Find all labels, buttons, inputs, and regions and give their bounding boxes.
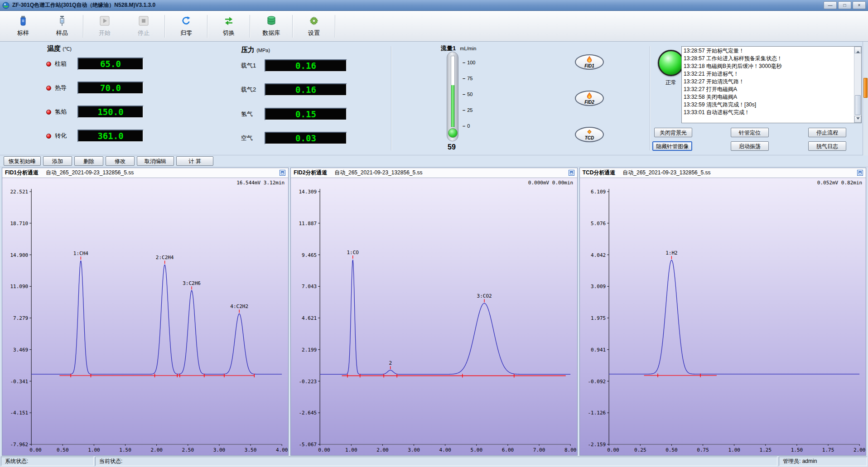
play-icon — [99, 15, 110, 28]
log-scrollbar[interactable] — [854, 47, 861, 123]
svg-text:1.75: 1.75 — [822, 447, 834, 453]
svg-text:2.199: 2.199 — [302, 347, 317, 353]
svg-text:1:CH4: 1:CH4 — [73, 250, 88, 256]
flow-title: 流量1mL/min — [441, 44, 476, 53]
log-line: 13:32:21 开始进标气！ — [684, 70, 859, 78]
svg-text:2.50: 2.50 — [182, 447, 194, 453]
reset-zero-icon — [181, 15, 192, 28]
svg-text:-0.341: -0.341 — [10, 379, 28, 385]
chart-header: FID2分析通道 自动_265_2021-09-23_132856_5.ss — [291, 168, 577, 178]
toolbar-start-button[interactable]: 开始 — [85, 13, 124, 40]
pressure-row: 载气2 0.16 — [241, 83, 347, 96]
scroll-up-icon[interactable] — [854, 47, 861, 53]
toolbar-label: 停止 — [138, 29, 149, 37]
svg-text:16.544mV 3.12min: 16.544mV 3.12min — [236, 180, 285, 186]
red-led-icon — [46, 110, 51, 115]
pressure-display: 0.16 — [265, 83, 347, 96]
maximize-button[interactable]: □ — [838, 1, 851, 9]
svg-text:3.00: 3.00 — [408, 447, 420, 453]
switch-arrows-icon — [223, 15, 234, 28]
detector-fid1-button[interactable]: FID1 — [575, 54, 604, 70]
toolbar-database-button[interactable]: 数据库 — [252, 13, 291, 40]
close-button[interactable]: × — [853, 1, 866, 9]
calculate-button[interactable]: 计 算 — [176, 156, 213, 166]
svg-text:18.710: 18.710 — [10, 221, 28, 226]
temperature-label: 柱箱 — [55, 60, 74, 68]
scroll-down-icon[interactable] — [854, 116, 861, 123]
log-line: 13:32:27 打开电磁阀A — [684, 86, 859, 93]
chart-maximize-icon[interactable] — [857, 170, 863, 176]
svg-text:0.75: 0.75 — [697, 447, 709, 453]
svg-text:4.00: 4.00 — [439, 447, 452, 453]
chart-maximize-icon[interactable] — [569, 170, 574, 176]
system-status-cell: 系统状态: — [1, 457, 94, 466]
toolbar-settings-button[interactable]: 设置 — [294, 13, 333, 40]
svg-text:1.975: 1.975 — [591, 315, 606, 321]
svg-text:1:H2: 1:H2 — [665, 250, 678, 256]
sample-syringe-icon — [57, 15, 67, 28]
start-oscillation-button[interactable]: 启动振荡 — [731, 141, 769, 151]
pressure-display: 0.15 — [265, 108, 347, 120]
temperature-label: 转化 — [55, 132, 74, 140]
chart-maximize-icon[interactable] — [280, 170, 285, 176]
toolbar-separator — [207, 15, 208, 38]
temperature-group-title: 温度 (℃) — [47, 44, 72, 53]
pressure-label: 氢气 — [241, 110, 261, 118]
svg-text:0.941: 0.941 — [591, 347, 606, 353]
svg-text:6.109: 6.109 — [591, 189, 606, 195]
svg-text:1.00: 1.00 — [88, 447, 100, 453]
charts-section: FID1分析通道 自动_265_2021-09-23_132856_5.ss 2… — [0, 167, 868, 456]
database-icon — [266, 15, 277, 28]
chart-plot-tcd[interactable]: 6.1095.0764.0423.0091.9750.941-0.092-1.1… — [580, 178, 866, 455]
svg-text:4.00: 4.00 — [276, 447, 288, 453]
svg-text:-2.645: -2.645 — [299, 410, 317, 416]
toolbar-sample-button[interactable]: 样品 — [43, 13, 82, 40]
scrollbar-thumb[interactable] — [855, 95, 861, 115]
flame-icon — [587, 56, 592, 63]
svg-text:-0.092: -0.092 — [588, 379, 606, 385]
chart-file-name: 自动_265_2021-09-23_132856_5.ss — [46, 169, 134, 177]
panel-separator — [650, 46, 651, 150]
main-toolbar: 标样 样品 开始 停止 归零 切换 数据库 设置 — [0, 11, 868, 42]
temperature-display: 70.0 — [77, 82, 144, 94]
svg-text:0.00: 0.00 — [29, 447, 42, 453]
delete-peak-button[interactable]: 删除 — [74, 156, 103, 166]
pressure-display: 0.16 — [265, 59, 347, 72]
add-peak-button[interactable]: 添加 — [43, 156, 72, 166]
cancel-edit-button[interactable]: 取消编辑 — [137, 156, 174, 166]
svg-text:7.279: 7.279 — [13, 315, 28, 321]
log-line: 13:28:57 工作站进入标样预备采集状态！ — [684, 55, 859, 63]
flow-gauge: 流量1mL/min –100 –75 –50 –25 –0 59 — [433, 42, 546, 155]
scrollbar-thumb[interactable] — [863, 78, 868, 98]
hide-needle-image-button[interactable]: 隐藏针管图像 — [652, 141, 692, 151]
svg-text:14.900: 14.900 — [10, 252, 28, 258]
window-scrollbar[interactable] — [863, 42, 868, 155]
temperature-row: 氢焰 150.0 — [46, 105, 144, 119]
needle-position-button[interactable]: 针管定位 — [731, 128, 769, 137]
stop-process-button[interactable]: 停止流程 — [808, 128, 846, 137]
svg-text:1.50: 1.50 — [791, 447, 803, 453]
chart-plot-fid2[interactable]: 14.30911.8879.4657.0434.6212.199-0.223-2… — [291, 178, 577, 455]
pressure-row: 空气 0.03 — [241, 131, 347, 145]
modify-peak-button[interactable]: 修改 — [106, 156, 135, 166]
detector-tcd-button[interactable]: TCD — [575, 127, 604, 142]
svg-text:3:C2H6: 3:C2H6 — [183, 280, 201, 286]
detector-fid2-button[interactable]: FID2 — [575, 91, 604, 106]
toolbar-label: 样品 — [56, 29, 68, 37]
minimize-button[interactable]: — — [824, 1, 837, 9]
toolbar-standard-sample-button[interactable]: 标样 — [4, 13, 43, 40]
svg-text:1.00: 1.00 — [345, 447, 357, 453]
svg-text:-0.223: -0.223 — [299, 379, 317, 385]
toolbar-stop-button[interactable]: 停止 — [124, 13, 163, 40]
svg-text:11.090: 11.090 — [10, 284, 28, 289]
chart-channel-title: FID1分析通道 — [5, 169, 39, 177]
svg-text:3.00: 3.00 — [213, 447, 226, 453]
flow-scale-tick: –25 — [463, 107, 473, 113]
toolbar-switch-button[interactable]: 切换 — [209, 13, 248, 40]
degas-log-button[interactable]: 脱气日志 — [808, 141, 846, 151]
close-backlight-button[interactable]: 关闭背景光 — [654, 128, 692, 137]
toolbar-zero-button[interactable]: 归零 — [167, 13, 206, 40]
chart-plot-fid1[interactable]: 22.52118.71014.90011.0907.2793.469-0.341… — [2, 178, 288, 455]
svg-text:5.076: 5.076 — [591, 221, 606, 226]
restore-initial-peaks-button[interactable]: 恢复初始峰 — [4, 156, 41, 166]
